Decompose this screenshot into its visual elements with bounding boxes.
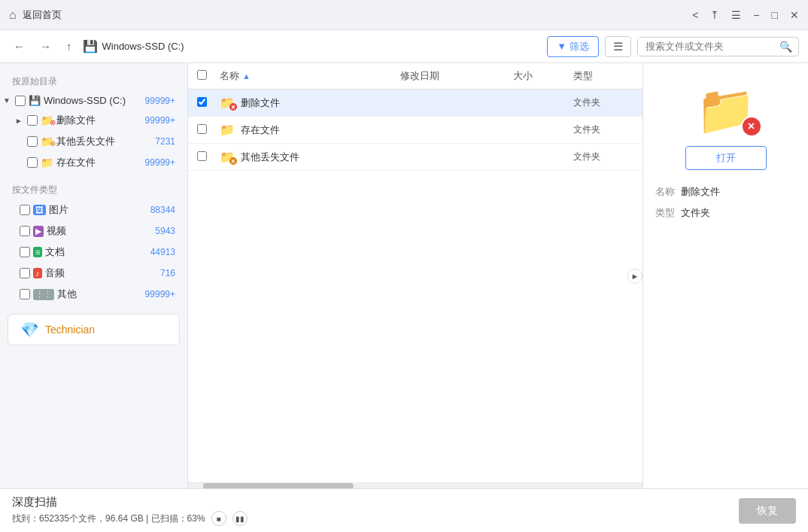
scan-info: 深度扫描 找到：652335个文件，96.64 GB | 已扫描：63% ■ ▮… xyxy=(12,495,727,526)
sidebar-item-other-lost[interactable]: ► 📁⊗ 其他丢失文件 7231 xyxy=(0,131,187,152)
row-type-3: 文件夹 xyxy=(573,150,633,163)
sidebar-count-other-lost: 7231 xyxy=(155,136,175,147)
sidebar-label-images: 图片 xyxy=(49,203,144,217)
sidebar-item-windows-ssd[interactable]: ▼ 💾 Windows-SSD (C:) 99999+ xyxy=(0,91,187,110)
sidebar-check-video[interactable] xyxy=(20,226,30,236)
row-checkbox-2[interactable] xyxy=(197,124,207,134)
forward-button[interactable]: → xyxy=(35,37,56,56)
info-label-type: 类型 xyxy=(655,206,675,220)
close-button[interactable]: ✕ xyxy=(790,9,799,21)
row-checkbox-1[interactable] xyxy=(197,97,207,107)
sidebar-check-other[interactable] xyxy=(20,289,30,299)
sidebar-label-other: 其他 xyxy=(57,287,139,301)
content-right-wrapper: 名称 ▲ 修改日期 大小 类型 📁 × 删除文件 文件夹 xyxy=(188,63,808,488)
open-button[interactable]: 打开 xyxy=(685,146,767,170)
sidebar-item-audio[interactable]: ♪ 音频 716 xyxy=(0,263,187,284)
sidebar-item-deleted[interactable]: ► 📁⊗ 删除文件 99999+ xyxy=(0,110,187,131)
sidebar-section1-title: 按原始目录 xyxy=(0,71,187,91)
sidebar-check-existing[interactable] xyxy=(27,157,38,168)
drive-icon: 💾 xyxy=(83,39,98,53)
main-layout: 按原始目录 ▼ 💾 Windows-SSD (C:) 99999+ ► 📁⊗ 删… xyxy=(0,63,808,488)
expand-icon: ▼ xyxy=(3,96,11,105)
row-type-1: 文件夹 xyxy=(573,96,633,109)
title-bar-left: ⌂ 返回首页 xyxy=(9,8,62,22)
up-button[interactable]: ↑ xyxy=(62,37,77,56)
sidebar-count-audio: 716 xyxy=(160,268,175,278)
sidebar-count-other: 99999+ xyxy=(145,289,175,299)
restore-button[interactable]: 恢复 xyxy=(739,498,796,524)
row-name-3: 其他丢失文件 xyxy=(241,150,400,164)
expand-icon-deleted: ► xyxy=(15,117,23,125)
row-checkbox-3[interactable] xyxy=(197,151,207,161)
nav-right: ▼ 筛选 ☰ 🔍 xyxy=(547,36,799,57)
sidebar-count-video: 5943 xyxy=(155,226,175,236)
filter-label: 筛选 xyxy=(570,40,589,53)
sidebar-item-images[interactable]: 🖼 图片 88344 xyxy=(0,199,187,220)
title-bar: ⌂ 返回首页 < ⤒ ☰ − □ ✕ xyxy=(0,0,808,30)
horizontal-scrollbar[interactable] xyxy=(188,482,642,488)
info-row-type: 类型 文件夹 xyxy=(655,206,796,220)
sidebar-check-docs[interactable] xyxy=(20,247,30,257)
minimize-button[interactable]: − xyxy=(753,9,759,21)
search-input[interactable] xyxy=(638,38,773,55)
tech-label: Technician xyxy=(45,324,95,336)
back-button[interactable]: ← xyxy=(9,37,29,56)
header-date-col: 修改日期 xyxy=(400,69,513,83)
sidebar-count-docs: 44913 xyxy=(150,247,175,257)
sidebar-label-windows-ssd: Windows-SSD (C:) xyxy=(44,95,139,106)
sidebar-check-images[interactable] xyxy=(20,205,30,215)
content-area: 名称 ▲ 修改日期 大小 类型 📁 × 删除文件 文件夹 xyxy=(188,63,642,488)
folder-exist-icon-sidebar: 📁 xyxy=(41,157,53,169)
sidebar-label-deleted: 删除文件 xyxy=(56,114,139,127)
home-icon: ⌂ xyxy=(9,8,17,22)
stop-button[interactable]: ■ xyxy=(211,511,226,526)
filter-icon: ▼ xyxy=(557,41,567,52)
sidebar-section2-title: 按文件类型 xyxy=(0,179,187,199)
sidebar-item-existing[interactable]: ► 📁 存在文件 99999+ xyxy=(0,152,187,173)
sidebar-check-windows-ssd[interactable] xyxy=(15,96,26,106)
sidebar-label-video: 视频 xyxy=(47,224,149,238)
audio-icon: ♪ xyxy=(33,268,42,278)
row-check-3 xyxy=(197,151,220,163)
export-icon[interactable]: ⤒ xyxy=(710,9,719,21)
preview-icon-wrapper: 📁 × xyxy=(696,86,756,134)
row-name-2: 存在文件 xyxy=(241,123,400,137)
view-menu-button[interactable]: ☰ xyxy=(605,36,631,57)
nav-path: 💾 Windows-SSD (C:) xyxy=(83,39,542,53)
tech-diamond-icon: 💎 xyxy=(20,321,39,339)
sidebar: 按原始目录 ▼ 💾 Windows-SSD (C:) 99999+ ► 📁⊗ 删… xyxy=(0,63,188,488)
technician-badge[interactable]: 💎 Technician xyxy=(8,314,180,345)
right-panel: 📁 × 打开 名称 删除文件 类型 文件夹 xyxy=(642,63,808,488)
sidebar-check-audio[interactable] xyxy=(20,268,30,278)
maximize-button[interactable]: □ xyxy=(772,9,778,21)
sidebar-count-images: 88344 xyxy=(150,205,175,215)
sidebar-check-deleted[interactable] xyxy=(27,115,38,126)
video-icon: ▶ xyxy=(33,226,44,237)
header-size-col: 大小 xyxy=(513,69,573,83)
drive-icon-sidebar: 💾 xyxy=(29,95,41,106)
sidebar-label-audio: 音频 xyxy=(45,266,154,280)
share-icon[interactable]: < xyxy=(692,9,698,21)
info-label-name: 名称 xyxy=(655,185,675,199)
row-check-1 xyxy=(197,97,220,109)
panel-toggle-button[interactable]: ► xyxy=(627,269,642,284)
sidebar-label-docs: 文档 xyxy=(45,245,144,259)
sidebar-item-other[interactable]: ⋮⋮ 其他 99999+ xyxy=(0,284,187,305)
hamburger-icon[interactable]: ☰ xyxy=(731,9,741,21)
sidebar-item-docs[interactable]: ≡ 文档 44913 xyxy=(0,242,187,263)
bottom-bar: 深度扫描 找到：652335个文件，96.64 GB | 已扫描：63% ■ ▮… xyxy=(0,488,808,532)
table-row[interactable]: 📁 × 删除文件 文件夹 xyxy=(188,90,642,117)
sidebar-check-other-lost[interactable] xyxy=(27,136,38,147)
sidebar-label-existing: 存在文件 xyxy=(56,156,139,169)
table-row[interactable]: 📁 存在文件 文件夹 xyxy=(188,117,642,144)
sidebar-item-video[interactable]: ▶ 视频 5943 xyxy=(0,220,187,242)
scrollbar-thumb[interactable] xyxy=(203,483,354,488)
pause-button[interactable]: ▮▮ xyxy=(232,511,248,526)
filter-button[interactable]: ▼ 筛选 xyxy=(547,36,599,57)
row-type-2: 文件夹 xyxy=(573,123,633,136)
folder-deleted-icon-sidebar: 📁⊗ xyxy=(41,115,53,126)
select-all-checkbox[interactable] xyxy=(197,70,207,80)
table-row[interactable]: 📁 × 其他丢失文件 文件夹 xyxy=(188,144,642,171)
search-button[interactable]: 🔍 xyxy=(773,38,798,56)
sidebar-count-windows-ssd: 99999+ xyxy=(145,96,175,106)
